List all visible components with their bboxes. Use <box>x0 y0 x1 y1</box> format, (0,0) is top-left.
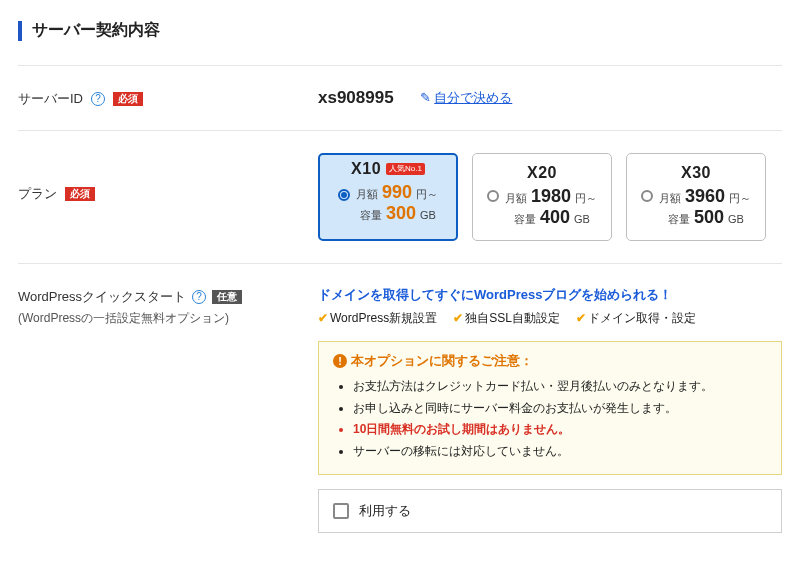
plan-name: X10 <box>351 160 381 178</box>
server-id-value: xs908995 <box>318 88 394 108</box>
monthly-value: 990 <box>382 182 412 203</box>
popular-badge: 人気No.1 <box>386 163 425 175</box>
plan-options: X10 人気No.1 月額 990 円～ 容量 300 GB <box>318 153 782 241</box>
check-text: WordPress新規設置 <box>330 311 437 325</box>
plan-capacity-line: 容量 300 GB <box>324 203 452 224</box>
plan-label-group: プラン 必須 <box>18 153 318 203</box>
plan-name-line: X20 <box>481 164 603 182</box>
note-list: お支払方法はクレジットカード払い・翌月後払いのみとなります。 お申し込みと同時に… <box>333 376 767 462</box>
section-title: サーバー契約内容 <box>18 20 782 41</box>
plan-option-x20[interactable]: X20 月額 1980 円～ 容量 400 GB <box>472 153 612 241</box>
plan-option-x10[interactable]: X10 人気No.1 月額 990 円～ 容量 300 GB <box>318 153 458 241</box>
radio-icon <box>338 189 350 201</box>
optional-badge: 任意 <box>212 290 242 304</box>
quickstart-label: WordPressクイックスタート <box>18 288 186 306</box>
plan-name: X20 <box>527 164 557 182</box>
cap-label: 容量 <box>668 212 690 227</box>
decide-self-link[interactable]: ✎ 自分で決める <box>420 89 513 107</box>
checkbox-icon[interactable] <box>333 503 349 519</box>
radio-icon <box>641 190 653 202</box>
plan-name-line: X10 人気No.1 <box>324 160 452 178</box>
check-item: ✔独自SSL自動設定 <box>453 310 560 327</box>
check-icon: ✔ <box>318 311 328 325</box>
check-icon: ✔ <box>576 311 586 325</box>
monthly-label: 月額 <box>356 187 378 202</box>
monthly-label: 月額 <box>659 191 681 206</box>
server-id-label-group: サーバーID ? 必須 <box>18 88 318 108</box>
section-title-text: サーバー契約内容 <box>32 20 160 41</box>
quickstart-label-group: WordPressクイックスタート ? 任意 (WordPressの一括設定無料… <box>18 286 318 327</box>
use-label: 利用する <box>359 502 411 520</box>
plan-capacity-line: 容量 400 GB <box>481 207 603 228</box>
cap-suffix: GB <box>420 209 436 221</box>
cap-value: 400 <box>540 207 570 228</box>
plan-content: X10 人気No.1 月額 990 円～ 容量 300 GB <box>318 153 782 241</box>
check-text: 独自SSL自動設定 <box>465 311 560 325</box>
quickstart-use-box[interactable]: 利用する <box>318 489 782 533</box>
plan-capacity-line: 容量 500 GB <box>635 207 757 228</box>
row-plan: プラン 必須 X10 人気No.1 月額 990 円～ 容量 300 <box>18 130 782 263</box>
check-item: ✔WordPress新規設置 <box>318 310 437 327</box>
monthly-label: 月額 <box>505 191 527 206</box>
required-badge: 必須 <box>65 187 95 201</box>
quickstart-checks: ✔WordPress新規設置 ✔独自SSL自動設定 ✔ドメイン取得・設定 <box>318 310 782 327</box>
quickstart-headline: ドメインを取得してすぐにWordPressブログを始められる！ <box>318 286 782 304</box>
radio-icon <box>487 190 499 202</box>
cap-label: 容量 <box>360 208 382 223</box>
monthly-value: 3960 <box>685 186 725 207</box>
required-badge: 必須 <box>113 92 143 106</box>
help-icon[interactable]: ? <box>91 92 105 106</box>
row-server-id: サーバーID ? 必須 xs908995 ✎ 自分で決める <box>18 65 782 130</box>
monthly-suffix: 円～ <box>729 191 751 206</box>
plan-monthly-line: 月額 990 円～ <box>324 182 452 203</box>
note-item: お支払方法はクレジットカード払い・翌月後払いのみとなります。 <box>353 376 767 398</box>
pencil-icon: ✎ <box>420 90 431 105</box>
server-id-content: xs908995 ✎ 自分で決める <box>318 88 782 108</box>
note-item-warning: 10日間無料のお試し期間はありません。 <box>353 419 767 441</box>
check-icon: ✔ <box>453 311 463 325</box>
server-id-label: サーバーID <box>18 90 83 108</box>
monthly-value: 1980 <box>531 186 571 207</box>
note-box: !本オプションに関するご注意： お支払方法はクレジットカード払い・翌月後払いのみ… <box>318 341 782 475</box>
row-quickstart: WordPressクイックスタート ? 任意 (WordPressの一括設定無料… <box>18 263 782 555</box>
plan-name: X30 <box>681 164 711 182</box>
plan-name-line: X30 <box>635 164 757 182</box>
cap-suffix: GB <box>728 213 744 225</box>
help-icon[interactable]: ? <box>192 290 206 304</box>
note-item: サーバーの移転には対応していません。 <box>353 441 767 463</box>
monthly-suffix: 円～ <box>575 191 597 206</box>
plan-monthly-line: 月額 1980 円～ <box>481 186 603 207</box>
plan-label: プラン <box>18 185 57 203</box>
quickstart-content: ドメインを取得してすぐにWordPressブログを始められる！ ✔WordPre… <box>318 286 782 533</box>
quickstart-sublabel: (WordPressの一括設定無料オプション) <box>18 310 229 327</box>
cap-suffix: GB <box>574 213 590 225</box>
cap-label: 容量 <box>514 212 536 227</box>
decide-self-link-text: 自分で決める <box>434 90 512 105</box>
title-bar-icon <box>18 21 22 41</box>
cap-value: 500 <box>694 207 724 228</box>
plan-option-x30[interactable]: X30 月額 3960 円～ 容量 500 GB <box>626 153 766 241</box>
check-text: ドメイン取得・設定 <box>588 311 696 325</box>
info-icon: ! <box>333 354 347 368</box>
check-item: ✔ドメイン取得・設定 <box>576 310 696 327</box>
monthly-suffix: 円～ <box>416 187 438 202</box>
note-item: お申し込みと同時にサーバー料金のお支払いが発生します。 <box>353 398 767 420</box>
note-title-text: 本オプションに関するご注意： <box>351 353 533 368</box>
note-title: !本オプションに関するご注意： <box>333 352 767 370</box>
cap-value: 300 <box>386 203 416 224</box>
plan-monthly-line: 月額 3960 円～ <box>635 186 757 207</box>
